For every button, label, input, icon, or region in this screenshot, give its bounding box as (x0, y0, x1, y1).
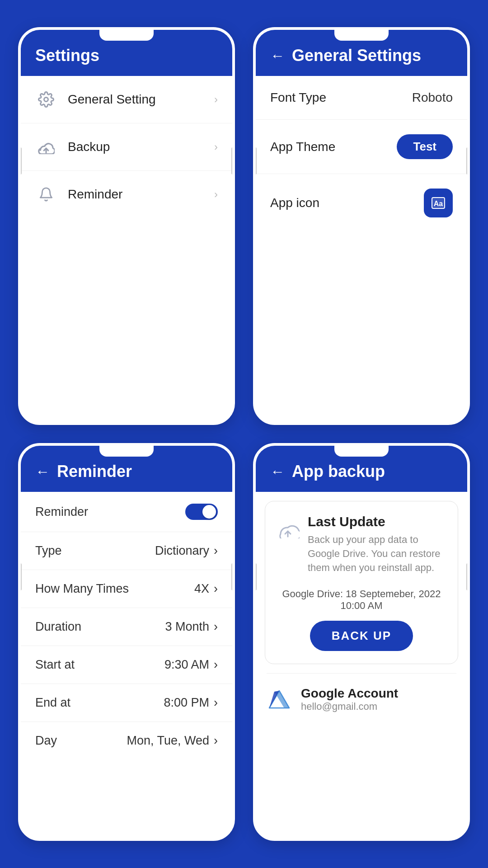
how-many-times-chevron-icon: › (214, 582, 218, 596)
end-at-value: 8:00 PM (164, 696, 209, 710)
scroll-indicator-right (231, 147, 234, 175)
type-row[interactable]: Type Dictionary › (21, 532, 232, 570)
app-theme-row[interactable]: App Theme Test (256, 120, 467, 174)
backup-item[interactable]: Backup › (21, 123, 232, 171)
scroll-indicator-left-2 (254, 147, 257, 175)
backup-back-arrow-icon[interactable]: ← (270, 463, 285, 480)
type-chevron-icon: › (214, 544, 218, 558)
reminder-back-arrow-icon[interactable]: ← (35, 463, 50, 480)
day-value-group: Mon, Tue, Wed › (127, 734, 218, 748)
reminder-chevron-icon: › (214, 188, 218, 201)
scroll-indicator-right-4 (466, 563, 469, 590)
last-update-title: Last Update (308, 514, 447, 529)
scroll-indicator-right-3 (231, 563, 234, 590)
general-setting-label: General Setting (68, 92, 203, 107)
google-account-email: hello@gmail.com (301, 701, 398, 712)
bell-icon (35, 184, 57, 205)
backup-button[interactable]: BACK UP (310, 621, 413, 651)
start-at-chevron-icon: › (214, 658, 218, 672)
general-setting-item[interactable]: General Setting › (21, 76, 232, 123)
start-at-row[interactable]: Start at 9:30 AM › (21, 646, 232, 684)
type-value-group: Dictionary › (155, 544, 218, 558)
duration-chevron-icon: › (214, 620, 218, 634)
start-at-value: 9:30 AM (164, 658, 209, 672)
settings-main-card: Settings General Setting › Backup › (18, 27, 235, 425)
reminder-toggle-label: Reminder (35, 505, 88, 519)
google-account-info: Google Account hello@gmail.com (301, 686, 398, 712)
end-at-value-group: 8:00 PM › (164, 696, 218, 710)
general-chevron-icon: › (214, 93, 218, 106)
last-update-card: Last Update Back up your app data to Goo… (265, 501, 458, 664)
general-settings-card: ← General Settings Font Type Roboto App … (253, 27, 470, 425)
reminder-toggle-switch[interactable] (185, 504, 218, 520)
google-account-name: Google Account (301, 686, 398, 701)
day-row[interactable]: Day Mon, Tue, Wed › (21, 722, 232, 760)
duration-label: Duration (35, 620, 81, 634)
app-icon-label: App icon (270, 196, 319, 210)
notch (99, 30, 154, 41)
duration-value: 3 Month (165, 620, 209, 634)
settings-body: General Setting › Backup › Reminder (21, 76, 232, 422)
how-many-times-label: How Many Times (35, 582, 129, 596)
start-at-value-group: 9:30 AM › (164, 658, 218, 672)
duration-value-group: 3 Month › (165, 620, 218, 634)
toggle-knob (202, 505, 216, 519)
app-backup-body: Last Update Back up your app data to Goo… (256, 492, 467, 838)
scroll-indicator-right-2 (466, 147, 469, 175)
general-settings-title: General Settings (292, 46, 421, 65)
backup-label: Backup (68, 140, 203, 154)
scroll-indicator-left (19, 147, 22, 175)
notch-2 (334, 30, 389, 41)
last-update-cloud-icon (276, 516, 300, 541)
svg-point-0 (44, 98, 48, 102)
gear-icon (35, 89, 57, 110)
start-at-label: Start at (35, 658, 75, 672)
day-chevron-icon: › (214, 734, 218, 748)
app-theme-label: App Theme (270, 140, 335, 154)
notch-3 (99, 446, 154, 457)
reminder-label: Reminder (68, 187, 203, 202)
last-update-text-block: Last Update Back up your app data to Goo… (308, 514, 447, 579)
svg-text:Aa: Aa (434, 200, 443, 208)
back-arrow-icon[interactable]: ← (270, 47, 285, 64)
font-type-row[interactable]: Font Type Roboto (256, 76, 467, 120)
reminder-screen-title: Reminder (57, 462, 132, 481)
app-icon-badge: Aa (424, 189, 453, 217)
google-drive-icon (267, 687, 292, 712)
how-many-times-row[interactable]: How Many Times 4X › (21, 570, 232, 608)
scroll-indicator-left-3 (19, 563, 22, 590)
reminder-card: ← Reminder Reminder Type Dictionary › Ho… (18, 443, 235, 841)
last-update-header: Last Update Back up your app data to Goo… (276, 514, 447, 579)
google-drive-info: Google Drive: 18 Septemeber, 2022 10:00 … (276, 588, 447, 612)
general-settings-body: Font Type Roboto App Theme Test App icon… (256, 76, 467, 422)
how-many-times-value-group: 4X › (194, 582, 218, 596)
font-type-label: Font Type (270, 90, 326, 105)
backup-chevron-icon: › (214, 141, 218, 153)
end-at-label: End at (35, 696, 70, 710)
how-many-times-value: 4X (194, 582, 209, 596)
app-backup-card: ← App backup Last Update Back up your ap… (253, 443, 470, 841)
app-theme-badge[interactable]: Test (397, 134, 453, 159)
day-value: Mon, Tue, Wed (127, 734, 209, 748)
type-value: Dictionary (155, 544, 209, 558)
type-label: Type (35, 544, 62, 558)
app-icon-row[interactable]: App icon Aa (256, 174, 467, 232)
reminder-body: Reminder Type Dictionary › How Many Time… (21, 492, 232, 838)
duration-row[interactable]: Duration 3 Month › (21, 608, 232, 646)
end-at-chevron-icon: › (214, 696, 218, 710)
settings-title: Settings (35, 46, 99, 65)
backup-cloud-icon (35, 136, 57, 158)
reminder-toggle-row[interactable]: Reminder (21, 492, 232, 532)
reminder-item[interactable]: Reminder › (21, 171, 232, 218)
font-type-value: Roboto (412, 90, 453, 105)
app-backup-title: App backup (292, 462, 385, 481)
last-update-desc: Back up your app data to Google Drive. Y… (308, 533, 447, 575)
scroll-indicator-left-4 (254, 563, 257, 590)
google-account-row[interactable]: Google Account hello@gmail.com (256, 674, 467, 725)
day-label: Day (35, 734, 57, 748)
end-at-row[interactable]: End at 8:00 PM › (21, 684, 232, 722)
notch-4 (334, 446, 389, 457)
